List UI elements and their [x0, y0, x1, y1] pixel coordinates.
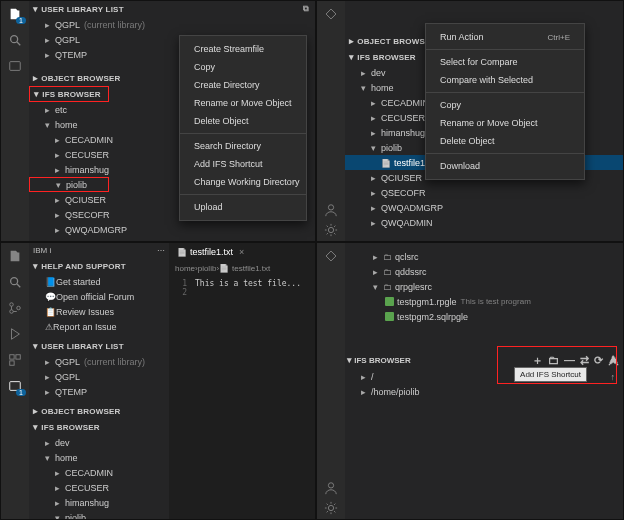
- explorer-icon[interactable]: 1: [6, 5, 24, 23]
- label: CECUSER: [381, 113, 425, 123]
- menu-item-delete-object[interactable]: Delete Object: [426, 132, 584, 150]
- menu-item-compare-selected[interactable]: Compare with Selected: [426, 71, 584, 89]
- lib-item[interactable]: QGPL: [29, 369, 169, 384]
- lib-item[interactable]: QGPL(current library): [29, 354, 169, 369]
- menu-item-create-directory[interactable]: Create Directory: [180, 76, 306, 94]
- menu-item-search-directory[interactable]: Search Directory: [180, 137, 306, 155]
- ifs-item[interactable]: CECUSER: [29, 480, 169, 495]
- gear-icon[interactable]: [324, 223, 338, 237]
- new-folder-icon[interactable]: 🗀: [548, 354, 559, 366]
- chevron-down-icon: [55, 513, 65, 520]
- ifs-item[interactable]: piolib: [29, 510, 169, 519]
- ibm-i-icon[interactable]: 1: [6, 377, 24, 395]
- chevron-right-icon: [55, 240, 65, 242]
- close-icon[interactable]: ×: [239, 247, 244, 257]
- separator: [426, 92, 584, 93]
- help-item[interactable]: 📘 Get started: [29, 274, 169, 289]
- menu-item-select-compare[interactable]: Select for Compare: [426, 53, 584, 71]
- chevron-right-icon: [371, 188, 381, 198]
- ifs-item[interactable]: QWQADMIN: [29, 237, 315, 241]
- ifs-item[interactable]: QWQADMGRP: [345, 200, 623, 215]
- separator: [180, 133, 306, 134]
- breadcrumb[interactable]: home › piolib › testfile1.txt: [169, 261, 270, 275]
- editor-content[interactable]: 1This is a test file... 2: [169, 275, 315, 519]
- account-icon[interactable]: [324, 203, 338, 217]
- menu-item-download[interactable]: Download: [426, 157, 584, 175]
- menu-item-change-working-dir[interactable]: Change Working Directory: [180, 173, 306, 191]
- section-object-browser[interactable]: OBJECT BROWSER: [29, 403, 169, 419]
- object-tree: 🗀qclsrc 🗀qddssrc 🗀qrpglesrc testpgm1.rpg…: [345, 243, 623, 324]
- run-icon[interactable]: [6, 325, 24, 343]
- ifs-item[interactable]: home: [29, 450, 169, 465]
- section-title: USER LIBRARY LIST: [41, 342, 124, 351]
- ifs-item[interactable]: himanshug: [29, 495, 169, 510]
- member-item[interactable]: testpgm1.rpgleThis is test program: [351, 294, 617, 309]
- sidebar-title-row: IBM i ⋯: [29, 243, 169, 258]
- menu-item-copy[interactable]: Copy: [426, 96, 584, 114]
- section-help-support[interactable]: HELP AND SUPPORT: [29, 258, 169, 274]
- label: piolib: [66, 180, 87, 190]
- svg-point-17: [328, 505, 333, 510]
- refresh-icon[interactable]: ⟳: [594, 354, 603, 367]
- chevron-right-icon: [55, 483, 65, 493]
- menu-item-upload[interactable]: Upload: [180, 198, 306, 216]
- label: home: [55, 453, 78, 463]
- section-ifs-browser[interactable]: IFS BROWSER: [29, 419, 169, 435]
- search-icon[interactable]: [6, 273, 24, 291]
- lib-item-qgpl-current[interactable]: QGPL (current library): [29, 17, 315, 32]
- more-icon[interactable]: ⋯: [157, 246, 165, 255]
- folder-icon: 🗀: [383, 267, 392, 277]
- section-ifs-browser[interactable]: IFS BROWSER: [29, 86, 109, 102]
- source-control-icon[interactable]: [6, 299, 24, 317]
- tag: (current library): [84, 357, 145, 367]
- ibm-i-icon[interactable]: [6, 57, 24, 75]
- section-user-library-list[interactable]: USER LIBRARY LIST ⧉: [29, 1, 315, 17]
- folder-icon: 🗀: [383, 252, 392, 262]
- help-item[interactable]: ⚠ Report an Issue: [29, 319, 169, 334]
- srcpf-item-qrpglesrc[interactable]: 🗀qrpglesrc: [351, 279, 617, 294]
- ifs-shortcut-home-piolib[interactable]: /home/piolib: [345, 384, 623, 399]
- menu-item-rename-move[interactable]: Rename or Move Object: [426, 114, 584, 132]
- ifs-item[interactable]: QSECOFR: [345, 185, 623, 200]
- menu-item-rename-move[interactable]: Rename or Move Object: [180, 94, 306, 112]
- svg-point-0: [11, 36, 18, 43]
- ifs-item-piolib[interactable]: piolib: [29, 177, 109, 192]
- search-icon[interactable]: [6, 31, 24, 49]
- diamond-icon[interactable]: [322, 247, 340, 265]
- up-icon[interactable]: ↑: [611, 372, 616, 382]
- label: CECADMIN: [65, 468, 113, 478]
- ifs-item[interactable]: CECADMIN: [29, 465, 169, 480]
- diamond-icon[interactable]: [322, 5, 340, 23]
- ifs-item[interactable]: QWQADMGRP: [29, 222, 315, 237]
- menu-item-run-action[interactable]: Run Action Ctrl+E: [426, 28, 584, 46]
- pane-bottom-left: 1 IBM i ⋯ HELP AND SUPPORT 📘 Get started…: [0, 242, 316, 520]
- plus-icon[interactable]: ＋: [532, 353, 543, 368]
- help-item[interactable]: 💬 Open official Forum: [29, 289, 169, 304]
- badge: 1: [16, 17, 26, 24]
- pane-top-left: 1 USER LIBRARY LIST ⧉ QGPL (current libr…: [0, 0, 316, 242]
- extensions-icon[interactable]: [6, 351, 24, 369]
- help-item[interactable]: 📋 Review Issues: [29, 304, 169, 319]
- reconnect-icon[interactable]: ⇄: [580, 354, 589, 367]
- srcpf-item[interactable]: 🗀qclsrc: [351, 249, 617, 264]
- editor-tab-testfile1[interactable]: testfile1.txt ×: [169, 243, 252, 261]
- lib-item[interactable]: QTEMP: [29, 384, 169, 399]
- member-item[interactable]: testpgm2.sqlrpgle: [351, 309, 617, 324]
- svg-point-10: [17, 306, 21, 310]
- section-user-library-list[interactable]: USER LIBRARY LIST: [29, 338, 169, 354]
- ifs-item[interactable]: dev: [29, 435, 169, 450]
- menu-item-copy[interactable]: Copy: [180, 58, 306, 76]
- new-window-icon[interactable]: ⧉: [303, 4, 309, 14]
- menu-item-create-streamfile[interactable]: Create Streamfile: [180, 40, 306, 58]
- menu-item-delete-object[interactable]: Delete Object: [180, 112, 306, 130]
- sidebar-title: IBM i: [33, 246, 51, 255]
- collapse-icon[interactable]: ⮝: [608, 354, 619, 366]
- line-icon[interactable]: —: [564, 354, 575, 366]
- gear-icon[interactable]: [324, 501, 338, 515]
- ifs-item[interactable]: QWQADMIN: [345, 215, 623, 230]
- menu-item-add-ifs-shortcut[interactable]: Add IFS Shortcut: [180, 155, 306, 173]
- srcpf-item[interactable]: 🗀qddssrc: [351, 264, 617, 279]
- label: /home/piolib: [371, 387, 420, 397]
- explorer-icon[interactable]: [6, 247, 24, 265]
- account-icon[interactable]: [324, 481, 338, 495]
